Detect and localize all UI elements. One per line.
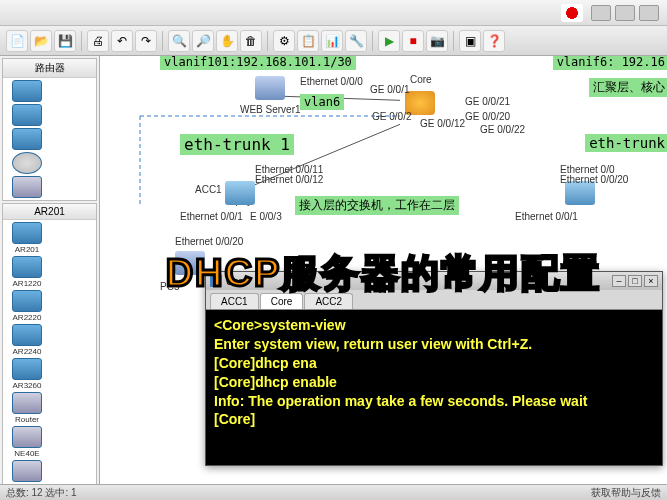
video-title-overlay: DHCP服务器的常用配置 [166, 248, 602, 299]
new-icon[interactable]: 📄 [6, 30, 28, 52]
router-panel-header: 路由器 [3, 59, 96, 78]
device-item[interactable] [5, 104, 49, 126]
terminal-window[interactable]: Core – □ × ACC1 Core ACC2 <Core>system-v… [205, 271, 663, 466]
device-item[interactable]: AR1220 [5, 256, 49, 288]
device-item[interactable]: NE5000E [5, 460, 49, 484]
tool-icon[interactable]: 📋 [297, 30, 319, 52]
zoom-in-icon[interactable]: 🔍 [168, 30, 190, 52]
device-item[interactable] [5, 128, 49, 150]
zoom-out-icon[interactable]: 🔎 [192, 30, 214, 52]
terminal-minimize-button[interactable]: – [612, 275, 626, 287]
vlanif-label: vlanif101:192.168.101.1/30 [160, 56, 356, 70]
help-icon[interactable]: ❓ [483, 30, 505, 52]
maximize-button[interactable] [615, 5, 635, 21]
layer-label: 汇聚层、核心 [589, 78, 667, 97]
trunk-label: eth-trunk 1 [180, 134, 294, 155]
device-item[interactable]: AR2240 [5, 324, 49, 356]
print-icon[interactable]: 🖨 [87, 30, 109, 52]
web-server-node[interactable] [255, 76, 285, 100]
close-button[interactable] [639, 5, 659, 21]
stop-icon[interactable]: ■ [402, 30, 424, 52]
terminal-icon[interactable]: ▣ [459, 30, 481, 52]
device-item[interactable] [5, 176, 49, 198]
device-item[interactable]: AR2220 [5, 290, 49, 322]
huawei-logo [561, 4, 583, 22]
statusbar: 总数: 12 选中: 1 获取帮助与反馈 [0, 484, 667, 500]
minimize-button[interactable] [591, 5, 611, 21]
start-icon[interactable]: ▶ [378, 30, 400, 52]
device-item[interactable] [5, 152, 49, 174]
device-item[interactable]: Router [5, 392, 49, 424]
device-item[interactable]: AR201 [5, 222, 49, 254]
delete-icon[interactable]: 🗑 [240, 30, 262, 52]
device-grid: AR201 AR1220 AR2220 AR2240 AR3260 Router… [3, 220, 96, 484]
pan-icon[interactable]: ✋ [216, 30, 238, 52]
acc1-node[interactable] [225, 181, 255, 205]
vlanif-label: vlanif6: 192.16 [553, 56, 667, 70]
tool-icon[interactable]: 📊 [321, 30, 343, 52]
tool-icon[interactable]: ⚙ [273, 30, 295, 52]
terminal-output[interactable]: <Core>system-view Enter system view, ret… [206, 310, 662, 465]
device-item[interactable]: AR3260 [5, 358, 49, 390]
access-label: 接入层的交换机，工作在二层 [295, 196, 459, 215]
terminal-maximize-button[interactable]: □ [628, 275, 642, 287]
vlan-label: vlan6 [300, 94, 344, 110]
undo-icon[interactable]: ↶ [111, 30, 133, 52]
device-item[interactable]: NE40E [5, 426, 49, 458]
ar-panel-header: AR201 [3, 204, 96, 220]
terminal-close-button[interactable]: × [644, 275, 658, 287]
trunk-label: eth-trunk [585, 134, 667, 152]
tool-icon[interactable]: 🔧 [345, 30, 367, 52]
sidebar: 路由器 AR201 AR201 AR1220 AR2220 AR2240 AR3… [0, 56, 100, 484]
save-icon[interactable]: 💾 [54, 30, 76, 52]
status-count: 总数: 12 选中: 1 [6, 486, 77, 500]
topology-canvas[interactable]: vlanif101:192.168.101.1/30 vlanif6: 192.… [100, 56, 667, 484]
redo-icon[interactable]: ↷ [135, 30, 157, 52]
device-item[interactable] [5, 80, 49, 102]
toolbar: 📄 📂 💾 🖨 ↶ ↷ 🔍 🔎 ✋ 🗑 ⚙ 📋 📊 🔧 ▶ ■ 📷 ▣ ❓ [0, 26, 667, 56]
titlebar [0, 0, 667, 26]
capture-icon[interactable]: 📷 [426, 30, 448, 52]
open-icon[interactable]: 📂 [30, 30, 52, 52]
status-help[interactable]: 获取帮助与反馈 [591, 486, 661, 500]
